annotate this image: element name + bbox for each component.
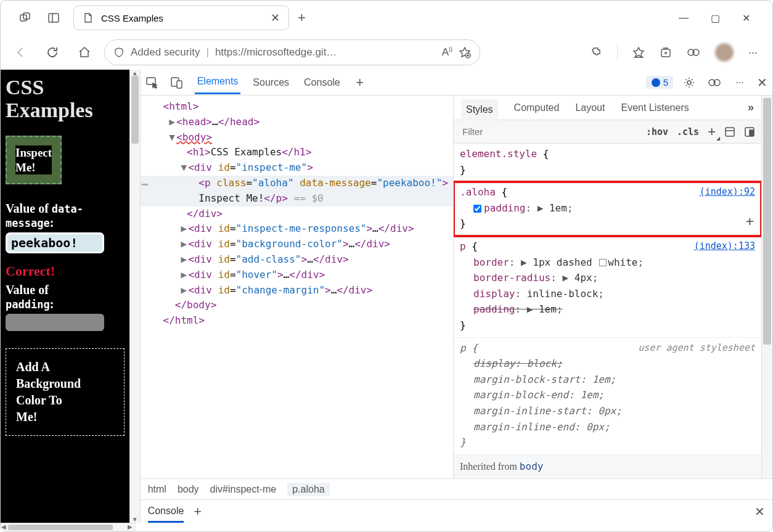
rendered-page: CSS Examples Inspect Me! Value of data-m… (1, 70, 129, 523)
page-icon (83, 12, 94, 23)
styles-scrollbar[interactable] (761, 96, 772, 478)
browser-toolbar: Added security | https://microsoftedge.g… (1, 35, 772, 70)
svg-point-18 (687, 81, 691, 84)
tab-sources[interactable]: Sources (250, 72, 292, 94)
rule-element-style: element.style { } (454, 144, 761, 182)
home-button[interactable] (72, 40, 97, 65)
divider (617, 44, 618, 60)
tab-title: CSS Examples (101, 13, 263, 23)
url-text: https://microsoftedge.git… (215, 46, 337, 59)
tab-elements[interactable]: Elements (195, 70, 241, 94)
browser-essentials-icon[interactable] (687, 46, 700, 59)
hov-toggle[interactable]: :hov (646, 126, 668, 137)
address-bar[interactable]: Added security | https://microsoftedge.g… (104, 39, 480, 65)
more-options-icon[interactable]: ··· (732, 77, 747, 88)
data-message-input[interactable]: peekaboo! (6, 232, 104, 253)
separator: | (206, 46, 208, 59)
favorites-icon[interactable] (632, 46, 645, 59)
cls-toggle[interactable]: .cls (677, 126, 699, 137)
styles-filter-input[interactable] (460, 124, 583, 139)
extensions-icon[interactable] (590, 46, 602, 59)
tab-console[interactable]: Console (301, 72, 343, 94)
security-shield-icon (113, 47, 125, 58)
drawer-close-icon[interactable]: ✕ (755, 504, 765, 519)
source-link[interactable]: (index):133 (694, 239, 755, 253)
devtools-main-tabs: Elements Sources Console + 5 ··· ✕ (141, 70, 772, 96)
back-button[interactable] (8, 40, 33, 65)
rule-p: (index):133 p { border: ▶ 1px dashed whi… (454, 236, 761, 338)
issues-badge[interactable]: 5 (646, 76, 673, 89)
workspaces-icon[interactable] (19, 12, 31, 24)
window-titlebar: CSS Examples ✕ + — ▢ ✕ (1, 1, 772, 35)
svg-rect-16 (177, 81, 182, 88)
source-link[interactable]: (index):92 (700, 184, 755, 199)
device-toolbar-icon[interactable] (170, 76, 185, 89)
drawer-console-tab[interactable]: Console (148, 505, 184, 523)
maximize-button[interactable]: ▢ (711, 12, 720, 24)
svg-rect-21 (726, 128, 734, 136)
new-tab-button[interactable]: + (298, 10, 306, 26)
minimize-button[interactable]: — (679, 12, 689, 24)
profile-avatar[interactable] (715, 43, 734, 62)
inherited-header: Inherited from body (454, 455, 761, 478)
crumb-div[interactable]: div#inspect-me (210, 484, 277, 495)
subtab-computed[interactable]: Computed (514, 102, 560, 113)
more-tabs-icon[interactable]: + (353, 75, 367, 91)
rule-p-ua: user agent stylesheet p { display: block… (454, 338, 761, 455)
page-scrollbar[interactable]: ▲▼ (129, 70, 140, 523)
settings-icon[interactable] (683, 76, 698, 89)
crumb-html[interactable]: html (148, 484, 166, 495)
view-toggle-icon[interactable] (744, 126, 755, 137)
svg-rect-2 (49, 14, 59, 22)
window-controls: — ▢ ✕ (679, 12, 767, 24)
tab-actions-icon[interactable] (47, 12, 60, 24)
subtab-layout[interactable]: Layout (575, 102, 605, 113)
styles-toolbar: :hov .cls + (454, 120, 761, 144)
devtools-panel: Elements Sources Console + 5 ··· ✕ <html… (140, 70, 772, 523)
data-message-label: Value of data-message: (6, 202, 125, 230)
computed-swatch-icon[interactable] (724, 126, 735, 137)
page-hscrollbar[interactable]: ◀▶ (1, 523, 136, 531)
add-prop-icon[interactable]: + (746, 210, 754, 232)
background-color-box[interactable]: Add A Background Color To Me! (6, 348, 125, 436)
new-rule-button[interactable]: + (708, 124, 716, 140)
inspect-tool-icon[interactable] (145, 76, 160, 89)
crumb-body[interactable]: body (178, 484, 199, 495)
padding-label: Value ofpadding: (6, 283, 125, 311)
security-label: Added security (131, 46, 200, 59)
prop-checkbox[interactable] (473, 205, 481, 213)
collections-icon[interactable] (660, 46, 672, 59)
dom-tree[interactable]: <html> ▶<head>…</head> ▼<body> <h1>CSS E… (141, 96, 453, 478)
drawer-add-tab[interactable]: + (194, 504, 202, 520)
subtab-styles[interactable]: Styles (461, 99, 498, 122)
padding-input[interactable] (6, 314, 104, 331)
svg-point-17 (652, 78, 660, 87)
svg-rect-24 (750, 130, 753, 136)
favorite-icon[interactable] (459, 46, 471, 59)
read-aloud-icon[interactable]: A)) (442, 46, 452, 59)
subtab-listeners[interactable]: Event Listeners (621, 102, 689, 113)
refresh-button[interactable] (40, 40, 65, 65)
correct-label: Correct! (6, 263, 125, 279)
inspect-text-2: Me! (15, 160, 52, 175)
settings-menu-icon[interactable]: ··· (748, 46, 758, 59)
close-devtools-icon[interactable]: ✕ (757, 75, 767, 90)
close-tab-icon[interactable]: ✕ (271, 11, 280, 25)
inspect-me-box[interactable]: Inspect Me! (6, 136, 62, 185)
css-rules-list[interactable]: element.style { } (index):92 .aloha { pa… (454, 144, 761, 478)
rule-aloha: (index):92 .aloha { padding: ▶ 1em; } + (454, 182, 761, 236)
page-heading: CSS Examples (6, 76, 125, 122)
crumb-p[interactable]: p.aloha (287, 483, 330, 496)
activity-icon[interactable] (708, 76, 722, 89)
styles-subtabs: Styles Computed Layout Event Listeners » (454, 96, 761, 120)
dom-breadcrumb[interactable]: html body div#inspect-me p.aloha (141, 478, 772, 499)
styles-panel: Styles Computed Layout Event Listeners »… (453, 96, 761, 478)
more-subtabs-icon[interactable]: » (748, 101, 754, 114)
inspect-text-1: Inspect (15, 145, 52, 160)
close-window-button[interactable]: ✕ (742, 12, 750, 24)
rule-body: (index):117 body { (454, 478, 761, 478)
devtools-drawer: Console + ✕ (141, 499, 772, 523)
browser-tab[interactable]: CSS Examples ✕ (73, 6, 289, 30)
